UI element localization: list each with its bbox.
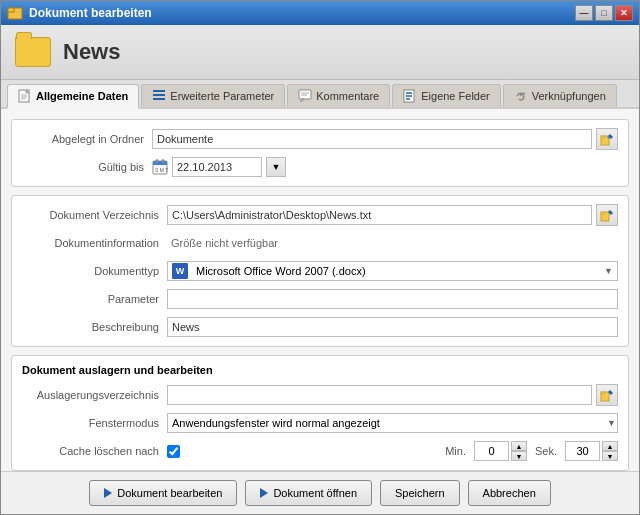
abgelegt-browse-button[interactable] <box>596 128 618 150</box>
sek-spin-controls: ▲ ▼ <box>602 441 618 461</box>
dokumenttyp-select-group: W Microsoft Office Word 2007 (.docx) ▼ <box>167 261 618 281</box>
tab-eigene-felder[interactable]: Eigene Felder <box>392 84 501 107</box>
auslagerung-input[interactable] <box>167 385 592 405</box>
browse-icon <box>600 132 614 146</box>
window-controls: — □ ✕ <box>575 5 633 21</box>
abbrechen-button[interactable]: Abbrechen <box>468 480 551 506</box>
main-window: Dokument bearbeiten — □ ✕ News Allgemein… <box>0 0 640 515</box>
auslagern-header: Dokument auslagern und bearbeiten <box>22 364 618 378</box>
label-verzeichnis: Dokument Verzeichnis <box>22 209 167 221</box>
svg-rect-8 <box>153 98 165 100</box>
svg-rect-7 <box>153 94 165 96</box>
row-parameter: Parameter <box>22 288 618 310</box>
svg-rect-28 <box>601 392 604 394</box>
row-gueltig: Gültig bis S M T W ▼ <box>22 156 618 178</box>
browse2-icon <box>600 208 614 222</box>
label-abgelegt: Abgelegt in Ordner <box>22 133 152 145</box>
svg-text:S M T W: S M T W <box>155 167 168 173</box>
svg-rect-23 <box>162 159 164 163</box>
auslagerung-browse-button[interactable] <box>596 384 618 406</box>
row-auslagerung: Auslagerungsverzeichnis <box>22 384 618 406</box>
sek-spin-down[interactable]: ▼ <box>602 451 618 461</box>
row-cache: Cache löschen nach Min. ▲ ▼ Sek. <box>22 440 618 462</box>
min-input[interactable] <box>474 441 509 461</box>
label-gueltig: Gültig bis <box>22 161 152 173</box>
svg-rect-26 <box>601 212 604 214</box>
svg-rect-1 <box>8 8 14 12</box>
section-document-info: Dokument Verzeichnis Dokumentinformation… <box>11 195 629 347</box>
row-beschreibung: Beschreibung <box>22 316 618 338</box>
section-folder: Abgelegt in Ordner Gültig bis <box>11 119 629 187</box>
svg-marker-11 <box>301 99 304 102</box>
abbrechen-label: Abbrechen <box>483 487 536 499</box>
title-bar: Dokument bearbeiten — □ ✕ <box>1 1 639 25</box>
maximize-button[interactable]: □ <box>595 5 613 21</box>
parameter-input[interactable] <box>167 289 618 309</box>
gueltig-date-input[interactable] <box>172 157 262 177</box>
cache-checkbox[interactable] <box>167 445 180 458</box>
sek-label: Sek. <box>535 445 557 457</box>
row-dokumenttyp: Dokumenttyp W Microsoft Office Word 2007… <box>22 260 618 282</box>
label-parameter: Parameter <box>22 293 167 305</box>
tab-verknuepfungen-label: Verknüpfungen <box>532 90 606 102</box>
window-title: Dokument bearbeiten <box>29 6 575 20</box>
row-information: Dokumentinformation Größe nicht verfügba… <box>22 232 618 254</box>
close-button[interactable]: ✕ <box>615 5 633 21</box>
speichern-button[interactable]: Speichern <box>380 480 460 506</box>
row-abgelegt: Abgelegt in Ordner <box>22 128 618 150</box>
dokumenttyp-select[interactable]: Microsoft Office Word 2007 (.docx) <box>192 262 600 280</box>
min-spin-down[interactable]: ▼ <box>511 451 527 461</box>
label-dokumenttyp: Dokumenttyp <box>22 265 167 277</box>
document-header: News <box>1 25 639 80</box>
sek-input[interactable] <box>565 441 600 461</box>
date-input-group: S M T W ▼ <box>152 157 286 177</box>
information-value: Größe nicht verfügbar <box>167 235 282 251</box>
word-icon: W <box>172 263 188 279</box>
play-icon-bearbeiten <box>104 488 112 498</box>
auslagerung-input-group <box>167 384 618 406</box>
beschreibung-input[interactable] <box>167 317 618 337</box>
tab-allgemeine-label: Allgemeine Daten <box>36 90 128 102</box>
tab-icon-eigene <box>403 89 417 103</box>
bearbeiten-label: Dokument bearbeiten <box>117 487 222 499</box>
date-picker-button[interactable]: ▼ <box>266 157 286 177</box>
document-title: News <box>63 39 120 65</box>
dokument-bearbeiten-button[interactable]: Dokument bearbeiten <box>89 480 237 506</box>
svg-rect-21 <box>153 161 167 165</box>
abgelegt-input[interactable] <box>152 129 592 149</box>
folder-icon <box>13 33 53 71</box>
window-icon <box>7 5 23 21</box>
label-cache: Cache löschen nach <box>22 445 167 457</box>
fenstermodus-select[interactable]: Anwendungsfenster wird normal angezeigt <box>167 413 618 433</box>
tab-verknuepfungen[interactable]: Verknüpfungen <box>503 84 617 107</box>
section-auslagern: Dokument auslagern und bearbeiten Auslag… <box>11 355 629 471</box>
svg-rect-9 <box>153 90 165 92</box>
tab-icon-erweiterte <box>152 89 166 103</box>
speichern-label: Speichern <box>395 487 445 499</box>
verzeichnis-input[interactable] <box>167 205 592 225</box>
sek-spin-up[interactable]: ▲ <box>602 441 618 451</box>
oeffnen-label: Dokument öffnen <box>273 487 357 499</box>
minimize-button[interactable]: — <box>575 5 593 21</box>
calendar-icon: S M T W <box>152 159 168 175</box>
fenstermodus-select-group: Anwendungsfenster wird normal angezeigt … <box>167 413 618 433</box>
min-label: Min. <box>445 445 466 457</box>
footer-buttons: Dokument bearbeiten Dokument öffnen Spei… <box>1 471 639 514</box>
tab-kommentare-label: Kommentare <box>316 90 379 102</box>
tab-icon-kommentare <box>298 89 312 103</box>
label-information: Dokumentinformation <box>22 237 167 249</box>
tab-eigene-label: Eigene Felder <box>421 90 490 102</box>
tab-erweiterte-parameter[interactable]: Erweiterte Parameter <box>141 84 285 107</box>
tab-icon-verknuepfungen <box>514 89 528 103</box>
label-fenstermodus: Fenstermodus <box>22 417 167 429</box>
verzeichnis-browse-button[interactable] <box>596 204 618 226</box>
row-fenstermodus: Fenstermodus Anwendungsfenster wird norm… <box>22 412 618 434</box>
min-spin-controls: ▲ ▼ <box>511 441 527 461</box>
tab-icon-allgemeine <box>18 89 32 103</box>
sek-spinbox: ▲ ▼ <box>565 441 618 461</box>
min-spin-up[interactable]: ▲ <box>511 441 527 451</box>
dokument-oeffnen-button[interactable]: Dokument öffnen <box>245 480 372 506</box>
tab-allgemeine-daten[interactable]: Allgemeine Daten <box>7 84 139 109</box>
label-beschreibung: Beschreibung <box>22 321 167 333</box>
tab-kommentare[interactable]: Kommentare <box>287 84 390 107</box>
